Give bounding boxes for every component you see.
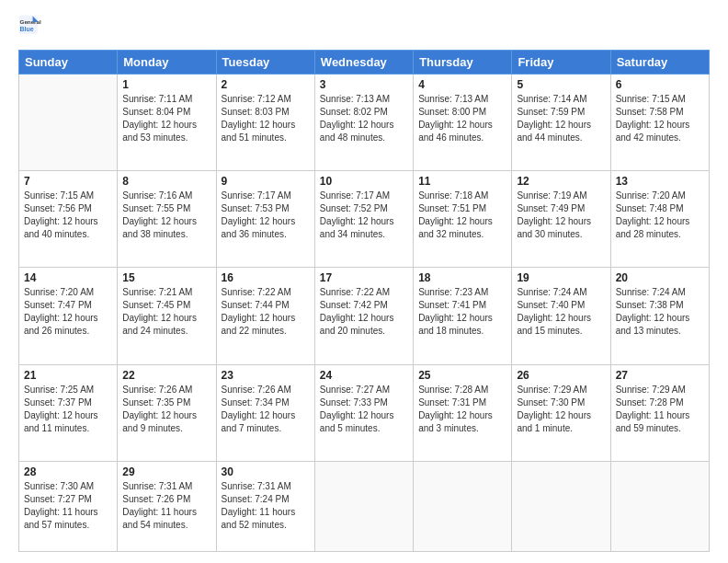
cell-content: Sunrise: 7:26 AMSunset: 7:35 PMDaylight:…	[122, 384, 210, 435]
cell-content: Sunrise: 7:15 AMSunset: 7:58 PMDaylight:…	[616, 93, 704, 144]
week-row-4: 21Sunrise: 7:25 AMSunset: 7:37 PMDayligh…	[19, 364, 710, 461]
cell-content: Sunrise: 7:13 AMSunset: 8:00 PMDaylight:…	[418, 93, 506, 144]
calendar-cell: 26Sunrise: 7:29 AMSunset: 7:30 PMDayligh…	[512, 364, 610, 461]
calendar-cell: 8Sunrise: 7:16 AMSunset: 7:55 PMDaylight…	[118, 171, 216, 268]
calendar-cell: 24Sunrise: 7:27 AMSunset: 7:33 PMDayligh…	[314, 364, 413, 461]
day-number: 15	[122, 271, 210, 284]
day-number: 14	[24, 271, 112, 284]
day-number: 28	[24, 465, 112, 478]
day-number: 17	[320, 271, 408, 284]
calendar-cell: 4Sunrise: 7:13 AMSunset: 8:00 PMDaylight…	[414, 75, 512, 171]
calendar-cell: 28Sunrise: 7:30 AMSunset: 7:27 PMDayligh…	[19, 461, 118, 551]
calendar-cell: 7Sunrise: 7:15 AMSunset: 7:56 PMDaylight…	[19, 171, 118, 268]
cell-content: Sunrise: 7:31 AMSunset: 7:24 PMDaylight:…	[222, 480, 310, 532]
calendar-cell: 15Sunrise: 7:21 AMSunset: 7:45 PMDayligh…	[118, 268, 216, 364]
calendar-cell: 17Sunrise: 7:22 AMSunset: 7:42 PMDayligh…	[314, 268, 413, 364]
calendar-cell: 19Sunrise: 7:24 AMSunset: 7:40 PMDayligh…	[512, 268, 610, 364]
day-number: 5	[517, 78, 605, 91]
calendar-cell: 13Sunrise: 7:20 AMSunset: 7:48 PMDayligh…	[610, 171, 709, 268]
weekday-header-friday: Friday	[512, 51, 610, 75]
cell-content: Sunrise: 7:17 AMSunset: 7:53 PMDaylight:…	[222, 190, 310, 241]
logo-icon: GeneralBlue	[18, 15, 44, 40]
week-row-1: 1Sunrise: 7:11 AMSunset: 8:04 PMDaylight…	[19, 75, 710, 171]
calendar-cell: 22Sunrise: 7:26 AMSunset: 7:35 PMDayligh…	[118, 364, 216, 461]
cell-content: Sunrise: 7:17 AMSunset: 7:52 PMDaylight:…	[320, 190, 408, 241]
svg-text:Blue: Blue	[20, 26, 34, 32]
page: GeneralBlue SundayMondayTuesdayWednesday…	[0, 0, 728, 563]
day-number: 3	[320, 78, 408, 91]
calendar-cell: 6Sunrise: 7:15 AMSunset: 7:58 PMDaylight…	[610, 75, 709, 171]
day-number: 19	[517, 271, 605, 284]
day-number: 16	[222, 271, 310, 284]
cell-content: Sunrise: 7:26 AMSunset: 7:34 PMDaylight:…	[222, 384, 310, 435]
day-number: 24	[320, 369, 408, 382]
calendar-cell	[512, 461, 610, 551]
day-number: 29	[122, 465, 210, 478]
day-number: 18	[418, 271, 506, 284]
cell-content: Sunrise: 7:20 AMSunset: 7:47 PMDaylight:…	[24, 286, 112, 338]
cell-content: Sunrise: 7:22 AMSunset: 7:42 PMDaylight:…	[320, 286, 408, 338]
day-number: 1	[122, 78, 210, 91]
cell-content: Sunrise: 7:25 AMSunset: 7:37 PMDaylight:…	[24, 384, 112, 435]
cell-content: Sunrise: 7:18 AMSunset: 7:51 PMDaylight:…	[418, 190, 506, 241]
calendar-cell: 9Sunrise: 7:17 AMSunset: 7:53 PMDaylight…	[216, 171, 314, 268]
weekday-header-wednesday: Wednesday	[314, 51, 413, 75]
cell-content: Sunrise: 7:30 AMSunset: 7:27 PMDaylight:…	[24, 480, 112, 532]
calendar-cell: 18Sunrise: 7:23 AMSunset: 7:41 PMDayligh…	[414, 268, 512, 364]
weekday-header-saturday: Saturday	[610, 51, 709, 75]
weekday-header-row: SundayMondayTuesdayWednesdayThursdayFrid…	[19, 51, 710, 75]
calendar-cell: 25Sunrise: 7:28 AMSunset: 7:31 PMDayligh…	[414, 364, 512, 461]
cell-content: Sunrise: 7:14 AMSunset: 7:59 PMDaylight:…	[517, 93, 605, 144]
calendar-cell: 5Sunrise: 7:14 AMSunset: 7:59 PMDaylight…	[512, 75, 610, 171]
day-number: 6	[616, 78, 704, 91]
cell-content: Sunrise: 7:15 AMSunset: 7:56 PMDaylight:…	[24, 190, 112, 241]
cell-content: Sunrise: 7:16 AMSunset: 7:55 PMDaylight:…	[122, 190, 210, 241]
cell-content: Sunrise: 7:22 AMSunset: 7:44 PMDaylight:…	[222, 286, 310, 338]
cell-content: Sunrise: 7:23 AMSunset: 7:41 PMDaylight:…	[418, 286, 506, 338]
day-number: 20	[616, 271, 704, 284]
logo: GeneralBlue	[18, 15, 44, 40]
cell-content: Sunrise: 7:20 AMSunset: 7:48 PMDaylight:…	[616, 190, 704, 241]
weekday-header-tuesday: Tuesday	[216, 51, 314, 75]
day-number: 7	[24, 175, 112, 188]
calendar-cell: 10Sunrise: 7:17 AMSunset: 7:52 PMDayligh…	[314, 171, 413, 268]
day-number: 11	[418, 175, 506, 188]
calendar-cell	[610, 461, 709, 551]
weekday-header-monday: Monday	[118, 51, 216, 75]
day-number: 25	[418, 369, 506, 382]
cell-content: Sunrise: 7:13 AMSunset: 8:02 PMDaylight:…	[320, 93, 408, 144]
cell-content: Sunrise: 7:28 AMSunset: 7:31 PMDaylight:…	[418, 384, 506, 435]
cell-content: Sunrise: 7:29 AMSunset: 7:30 PMDaylight:…	[517, 384, 605, 435]
week-row-3: 14Sunrise: 7:20 AMSunset: 7:47 PMDayligh…	[19, 268, 710, 364]
day-number: 9	[222, 175, 310, 188]
cell-content: Sunrise: 7:21 AMSunset: 7:45 PMDaylight:…	[122, 286, 210, 338]
cell-content: Sunrise: 7:24 AMSunset: 7:40 PMDaylight:…	[517, 286, 605, 338]
calendar-cell: 20Sunrise: 7:24 AMSunset: 7:38 PMDayligh…	[610, 268, 709, 364]
day-number: 30	[222, 465, 310, 478]
calendar-cell: 12Sunrise: 7:19 AMSunset: 7:49 PMDayligh…	[512, 171, 610, 268]
calendar-cell	[19, 75, 118, 171]
day-number: 27	[616, 369, 704, 382]
weekday-header-thursday: Thursday	[414, 51, 512, 75]
weekday-header-sunday: Sunday	[19, 51, 118, 75]
cell-content: Sunrise: 7:24 AMSunset: 7:38 PMDaylight:…	[616, 286, 704, 338]
week-row-2: 7Sunrise: 7:15 AMSunset: 7:56 PMDaylight…	[19, 171, 710, 268]
calendar-cell: 16Sunrise: 7:22 AMSunset: 7:44 PMDayligh…	[216, 268, 314, 364]
calendar-cell: 21Sunrise: 7:25 AMSunset: 7:37 PMDayligh…	[19, 364, 118, 461]
calendar-cell: 2Sunrise: 7:12 AMSunset: 8:03 PMDaylight…	[216, 75, 314, 171]
cell-content: Sunrise: 7:31 AMSunset: 7:26 PMDaylight:…	[122, 480, 210, 532]
calendar-cell: 11Sunrise: 7:18 AMSunset: 7:51 PMDayligh…	[414, 171, 512, 268]
calendar-cell	[314, 461, 413, 551]
calendar-cell: 29Sunrise: 7:31 AMSunset: 7:26 PMDayligh…	[118, 461, 216, 551]
calendar-cell: 1Sunrise: 7:11 AMSunset: 8:04 PMDaylight…	[118, 75, 216, 171]
day-number: 10	[320, 175, 408, 188]
day-number: 23	[222, 369, 310, 382]
cell-content: Sunrise: 7:11 AMSunset: 8:04 PMDaylight:…	[122, 93, 210, 144]
day-number: 26	[517, 369, 605, 382]
week-row-5: 28Sunrise: 7:30 AMSunset: 7:27 PMDayligh…	[19, 461, 710, 551]
calendar-cell: 14Sunrise: 7:20 AMSunset: 7:47 PMDayligh…	[19, 268, 118, 364]
calendar-cell: 3Sunrise: 7:13 AMSunset: 8:02 PMDaylight…	[314, 75, 413, 171]
cell-content: Sunrise: 7:12 AMSunset: 8:03 PMDaylight:…	[222, 93, 310, 144]
calendar-cell: 27Sunrise: 7:29 AMSunset: 7:28 PMDayligh…	[610, 364, 709, 461]
cell-content: Sunrise: 7:19 AMSunset: 7:49 PMDaylight:…	[517, 190, 605, 241]
